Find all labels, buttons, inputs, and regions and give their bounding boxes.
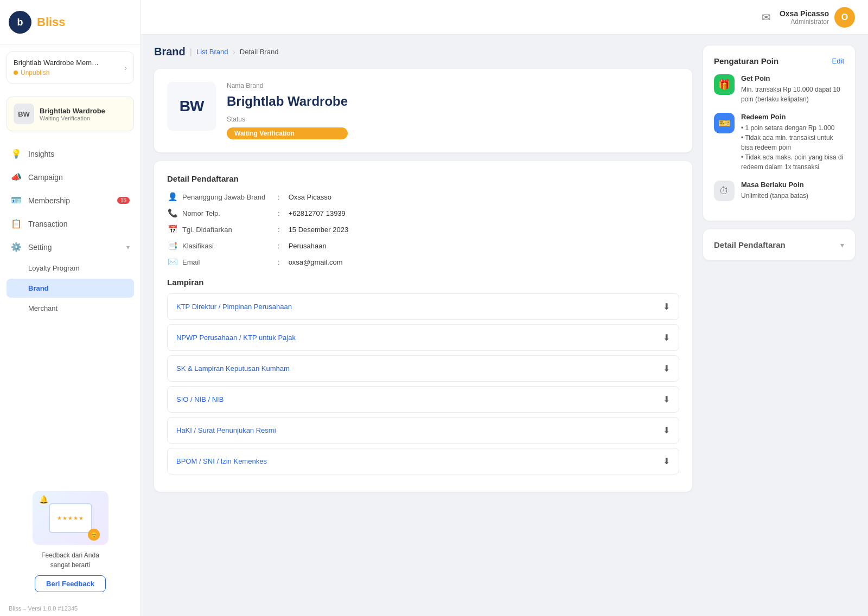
attachment-ktp-label: KTP Direktur / Pimpinan Perusahaan <box>176 303 292 311</box>
campaign-icon: 📣 <box>11 172 22 182</box>
brand-card-name: Brightlab Wardrobe Member... <box>14 59 100 67</box>
colon-0: : <box>278 193 280 201</box>
mail-icon[interactable]: ✉ <box>762 11 771 24</box>
masa-berlaku-icon: ⏱ <box>714 181 735 201</box>
lampiran-title: Lampiran <box>167 278 679 287</box>
membership-badge: 15 <box>117 197 130 204</box>
klasifikasi-label: Klasifikasi <box>182 242 269 250</box>
header-user: Oxsa Picasso Administrator O <box>780 7 855 28</box>
attachment-bpom-label: BPOM / SNI / Izin Kemenkes <box>176 457 267 465</box>
transaction-icon: 📋 <box>11 219 22 229</box>
current-brand-item[interactable]: BW Brightlab Wardrobe Waiting Verificati… <box>7 97 134 131</box>
brand-item-name: Brightlab Wardrobe <box>40 107 105 115</box>
poin-card: Pengaturan Poin Edit 🎁 Get Poin Min. tra… <box>703 46 855 221</box>
attachment-sk-label: SK & Lampiran Keputusan Kumham <box>176 364 290 373</box>
redeem-poin-info: Redeem Poin • 1 poin setara dengan Rp 1.… <box>741 113 844 172</box>
colon-2: : <box>278 226 280 234</box>
feedback-text: Feedback dari Anda sangat berarti <box>41 550 99 570</box>
attachment-haki[interactable]: HaKI / Surat Penunjukan Resmi ⬇ <box>167 417 679 444</box>
feedback-button[interactable]: Beri Feedback <box>35 575 106 592</box>
sidebar-item-loyalty-program[interactable]: Loyalty Program <box>0 259 141 278</box>
poin-item-get: 🎁 Get Poin Min. transaksi Rp 10.000 dapa… <box>714 74 844 104</box>
attachment-bpom[interactable]: BPOM / SNI / Izin Kemenkes ⬇ <box>167 448 679 474</box>
brand-logo-box: BW <box>167 82 216 131</box>
detail-pendaftaran-card-title: Detail Pendaftaran <box>714 240 786 249</box>
get-poin-icon: 🎁 <box>714 74 735 95</box>
attachment-haki-label: HaKI / Surat Penunjukan Resmi <box>176 426 276 434</box>
brand-card-status: Unpublish <box>14 69 100 76</box>
breadcrumb-chevron: › <box>233 47 235 57</box>
feedback-stars: ★★★★★ <box>57 515 84 521</box>
chevron-right-icon: › <box>124 63 127 72</box>
status-dot-icon <box>14 70 18 75</box>
sidebar-item-brand[interactable]: Brand <box>7 279 134 298</box>
sidebar-item-insights[interactable]: 💡 Insights <box>0 142 141 165</box>
detail-pendaftaran-title: Detail Pendaftaran <box>167 174 679 183</box>
detail-row-pj: 👤 Penanggung Jawab Brand : Oxsa Picasso <box>167 192 679 202</box>
colon-3: : <box>278 242 280 250</box>
breadcrumb-separator: | <box>190 47 192 57</box>
sidebar-item-transaction[interactable]: 📋 Transaction <box>0 212 141 235</box>
poin-title: Pengaturan Poin <box>714 56 778 66</box>
download-haki-icon: ⬇ <box>663 425 670 435</box>
sidebar-item-merchant[interactable]: Merchant <box>0 299 141 318</box>
edit-poin-button[interactable]: Edit <box>832 57 844 65</box>
brand-status-label: Status <box>227 116 348 123</box>
brand-name-heading: Brightlab Wardrobe <box>227 94 348 109</box>
page-body: Brand | List Brand › Detail Brand BW Nam… <box>141 35 868 616</box>
tgl-label: Tgl. Didaftarkan <box>182 226 269 234</box>
app-logo-icon: b <box>9 11 31 34</box>
attachment-npwp[interactable]: NPWP Perusahaan / KTP untuk Pajak ⬇ <box>167 324 679 351</box>
get-poin-info: Get Poin Min. transaksi Rp 10.000 dapat … <box>741 74 844 104</box>
attachment-sk[interactable]: SK & Lampiran Keputusan Kumham ⬇ <box>167 355 679 382</box>
download-npwp-icon: ⬇ <box>663 332 670 343</box>
telp-label: Nomor Telp. <box>182 209 269 217</box>
nav-menu: 💡 Insights 📣 Campaign 🪪 Membership 15 📋 … <box>0 138 141 482</box>
main-content: ✉ Oxsa Picasso Administrator O Brand | L… <box>141 0 868 616</box>
redeem-poin-desc: • 1 poin setara dengan Rp 1.000 • Tidak … <box>741 123 844 172</box>
sidebar-item-setting[interactable]: ⚙️ Setting ▾ <box>0 235 141 259</box>
tgl-icon: 📅 <box>167 224 178 234</box>
right-panel: Pengaturan Poin Edit 🎁 Get Poin Min. tra… <box>703 46 855 605</box>
masa-berlaku-desc: Unlimited (tanpa batas) <box>741 191 808 201</box>
masa-berlaku-info: Masa Berlaku Poin Unlimited (tanpa batas… <box>741 181 808 201</box>
breadcrumb: Brand | List Brand › Detail Brand <box>154 46 692 58</box>
feedback-illustration: ★★★★★ 🔔 😊 <box>33 491 108 545</box>
poin-item-redeem: 🎫 Redeem Poin • 1 poin setara dengan Rp … <box>714 113 844 172</box>
get-poin-desc: Min. transaksi Rp 10.000 dapat 10 poin (… <box>741 85 844 104</box>
brand-initials: BW <box>14 104 34 124</box>
sidebar-item-insights-label: Insights <box>28 150 54 158</box>
brand-header-card: BW Nama Brand Brightlab Wardrobe Status … <box>154 69 692 152</box>
sidebar-item-transaction-label: Transaction <box>28 220 68 228</box>
klasifikasi-value: Perusahaan <box>289 242 327 250</box>
detail-row-klasifikasi: 📑 Klasifikasi : Perusahaan <box>167 241 679 251</box>
pj-icon: 👤 <box>167 192 178 202</box>
attachment-sio-label: SIO / NIB / NIB <box>176 395 224 403</box>
poin-item-masa-berlaku: ⏱ Masa Berlaku Poin Unlimited (tanpa bat… <box>714 181 844 201</box>
insights-icon: 💡 <box>11 149 22 159</box>
email-value: oxsa@gmail.com <box>289 258 343 266</box>
user-role: Administrator <box>780 18 829 25</box>
poin-header: Pengaturan Poin Edit <box>714 56 844 66</box>
sidebar-item-membership[interactable]: 🪪 Membership 15 <box>0 189 141 212</box>
attachment-ktp[interactable]: KTP Direktur / Pimpinan Perusahaan ⬇ <box>167 293 679 320</box>
pj-label: Penanggung Jawab Brand <box>182 193 269 201</box>
detail-pendaftaran-toggle[interactable]: Detail Pendaftaran ▾ <box>714 240 844 249</box>
sidebar-bottom: ★★★★★ 🔔 😊 Feedback dari Anda sangat bera… <box>0 482 141 601</box>
colon-1: : <box>278 209 280 217</box>
brand-selector-card[interactable]: Brightlab Wardrobe Member... Unpublish › <box>7 52 134 84</box>
attachment-sio[interactable]: SIO / NIB / NIB ⬇ <box>167 386 679 413</box>
chevron-down-icon: ▾ <box>840 241 844 249</box>
page-title: Brand <box>154 46 186 58</box>
sidebar-item-campaign-label: Campaign <box>28 173 63 182</box>
sidebar-item-campaign[interactable]: 📣 Campaign <box>0 165 141 189</box>
detail-pendaftaran-card: Detail Pendaftaran ▾ <box>703 229 855 260</box>
breadcrumb-list-brand[interactable]: List Brand <box>196 48 228 56</box>
brand-nama-label: Nama Brand <box>227 82 348 89</box>
user-name: Oxsa Picasso <box>780 9 829 18</box>
feedback-person-icon: 😊 <box>88 529 100 541</box>
pj-value: Oxsa Picasso <box>289 193 331 201</box>
sidebar: b Bliss Brightlab Wardrobe Member... Unp… <box>0 0 141 616</box>
user-info: Oxsa Picasso Administrator <box>780 9 829 25</box>
tgl-value: 15 Desember 2023 <box>289 226 349 234</box>
